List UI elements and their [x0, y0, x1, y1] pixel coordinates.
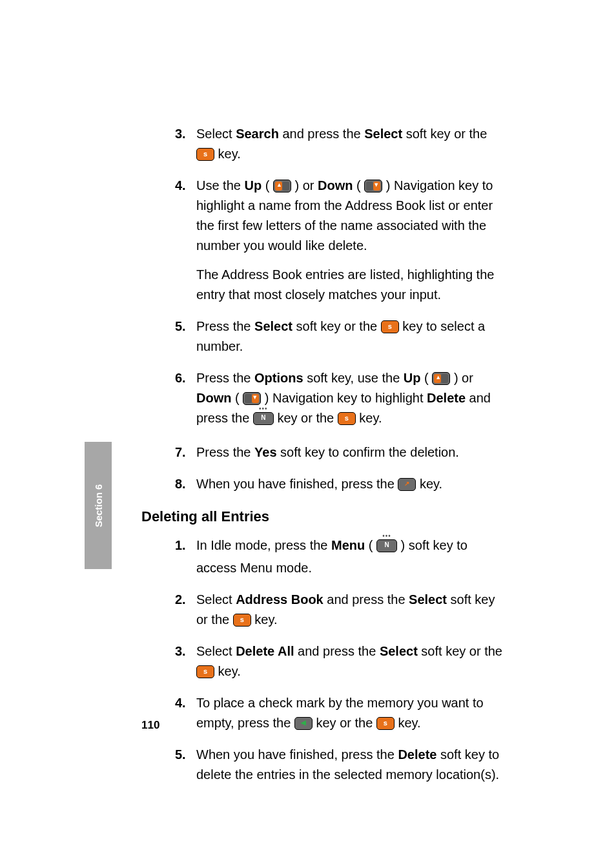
- step-number: 6.: [175, 368, 186, 388]
- nav-down-key-icon: ▼: [364, 180, 382, 192]
- text: key.: [218, 147, 241, 161]
- step-list-b: 1. In Idle mode, press the Menu ( •••N )…: [141, 535, 506, 785]
- step-number: 3.: [175, 124, 186, 144]
- bold: Address Book: [236, 592, 323, 607]
- text: (: [231, 391, 239, 405]
- text: key.: [420, 477, 442, 491]
- step-a4: 4. Use the Up ( ▲ ) or Down ( ▼ ) Naviga…: [141, 176, 506, 305]
- text: (: [365, 538, 373, 552]
- content-area: 3. Select Search and press the Select so…: [141, 124, 506, 796]
- text: ) or: [295, 178, 318, 192]
- select-key-icon: s: [381, 320, 399, 333]
- text: soft key or the: [293, 319, 381, 333]
- text: Select: [196, 127, 236, 141]
- step-a6: 6. Press the Options soft key, use the U…: [141, 368, 506, 431]
- nav-up-key-icon: ▲: [432, 372, 450, 385]
- text: key or the: [277, 411, 337, 425]
- bold: Search: [236, 127, 279, 141]
- text: soft key to confirm the deletion.: [277, 445, 459, 459]
- step-b3: 3. Select Delete All and press the Selec…: [141, 641, 506, 681]
- text: Press the: [196, 319, 254, 333]
- step-number: 4.: [175, 693, 186, 713]
- step-number: 8.: [175, 474, 186, 494]
- step-a4-extra: The Address Book entries are listed, hig…: [196, 265, 506, 305]
- step-number: 7.: [175, 442, 186, 462]
- bold: Delete: [427, 391, 466, 405]
- text: (: [421, 371, 429, 385]
- bold: Down: [318, 178, 353, 192]
- text: (: [262, 178, 269, 192]
- bold: Up: [244, 178, 262, 192]
- bold: Delete: [398, 747, 436, 762]
- text: Select: [196, 592, 236, 607]
- text: and press the: [294, 644, 380, 658]
- text: In Idle mode, press the: [196, 538, 331, 552]
- text: and press the: [323, 592, 409, 607]
- bold: Options: [254, 371, 303, 385]
- step-number: 2.: [175, 590, 186, 610]
- bold: Yes: [254, 445, 276, 459]
- select-key-icon: s: [196, 665, 214, 678]
- text: (: [353, 178, 361, 192]
- select-key-icon: s: [338, 412, 356, 425]
- step-b2: 2. Select Address Book and press the Sel…: [141, 590, 506, 630]
- bold: Select: [409, 592, 447, 607]
- step-number: 5.: [175, 317, 186, 337]
- step-a7: 7. Press the Yes soft key to confirm the…: [141, 442, 506, 462]
- nav-down-key-icon: ▼: [243, 392, 261, 405]
- page: Section 6 3. Select Search and press the…: [0, 0, 616, 852]
- text: Press the: [196, 445, 254, 459]
- bold: Down: [196, 391, 231, 405]
- bold: Select: [254, 319, 293, 333]
- text: When you have finished, press the: [196, 477, 398, 491]
- text: ) or: [454, 371, 473, 385]
- text: soft key, use the: [303, 371, 404, 385]
- step-list-a: 3. Select Search and press the Select so…: [141, 124, 506, 494]
- left-softkey-icon: ◀: [294, 717, 313, 730]
- step-a3: 3. Select Search and press the Select so…: [141, 124, 506, 164]
- step-a8: 8. When you have finished, press the ↗ k…: [141, 474, 506, 494]
- step-number: 4.: [175, 176, 186, 196]
- text: key.: [218, 664, 241, 678]
- text: key.: [254, 612, 277, 627]
- bold: Select: [364, 127, 402, 141]
- section-tab: Section 6: [85, 442, 112, 569]
- text: key or the: [316, 716, 376, 730]
- text: key.: [359, 411, 382, 425]
- step-number: 5.: [175, 745, 186, 765]
- step-b5: 5. When you have finished, press the Del…: [141, 745, 506, 785]
- subheading-deleting-all: Deleting all Entries: [141, 506, 506, 528]
- bold: Menu: [331, 538, 365, 552]
- step-a5: 5. Press the Select soft key or the s ke…: [141, 317, 506, 357]
- end-key-icon: ↗: [398, 478, 416, 491]
- menu-key-icon: •••N: [376, 535, 397, 558]
- bold: Select: [380, 644, 418, 658]
- text: soft key or the: [402, 127, 487, 141]
- step-number: 3.: [175, 641, 186, 661]
- select-key-icon: s: [376, 717, 395, 730]
- nav-up-key-icon: ▲: [273, 180, 291, 192]
- menu-key-icon: •••N: [253, 408, 274, 431]
- page-number: 110: [141, 719, 159, 732]
- text: Select: [196, 644, 236, 658]
- step-number: 1.: [175, 535, 186, 556]
- bold: Delete All: [236, 644, 294, 658]
- select-key-icon: s: [233, 614, 251, 627]
- text: and press the: [279, 127, 364, 141]
- text: ) Navigation key to highlight: [265, 391, 427, 405]
- bold: Up: [404, 371, 421, 385]
- section-tab-label: Section 6: [93, 484, 104, 527]
- select-key-icon: s: [196, 148, 214, 161]
- text: When you have finished, press the: [196, 747, 398, 762]
- text: key.: [398, 716, 420, 730]
- text: soft key or the: [418, 644, 502, 658]
- step-b4: 4. To place a check mark by the memory y…: [141, 693, 506, 733]
- text: Use the: [196, 178, 244, 192]
- text: Press the: [196, 371, 254, 385]
- step-b1: 1. In Idle mode, press the Menu ( •••N )…: [141, 535, 506, 578]
